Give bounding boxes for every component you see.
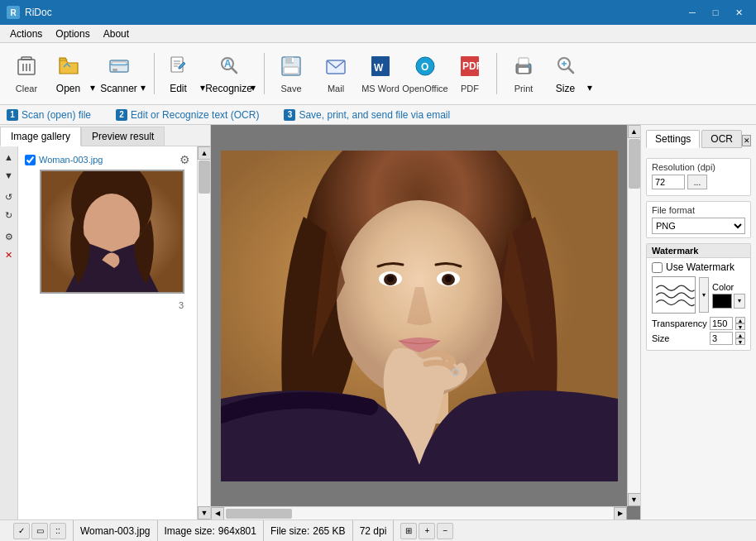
gallery-settings-icon[interactable]: ⚙: [179, 153, 190, 166]
msword-label: MS Word: [361, 84, 400, 93]
status-icon-check[interactable]: ✓: [13, 523, 30, 539]
scroll-track[interactable]: [198, 160, 210, 506]
clear-button[interactable]: Clear: [5, 48, 48, 99]
step-3-text: Save, print, and send file via email: [299, 109, 450, 121]
print-label: Print: [514, 84, 534, 93]
menu-about[interactable]: About: [97, 26, 136, 41]
color-dropdown-btn[interactable]: ▾: [734, 294, 745, 309]
tool-down[interactable]: ▼: [2, 168, 17, 183]
open-dropdown-arrow[interactable]: ▾: [87, 48, 98, 99]
status-icon-page[interactable]: ▭: [31, 523, 48, 539]
step-3-num: 3: [284, 109, 295, 121]
step-1-num: 1: [7, 109, 18, 121]
svg-rect-19: [292, 58, 294, 62]
openoffice-button[interactable]: O OpenOffice: [404, 48, 447, 99]
print-button[interactable]: Print: [502, 48, 545, 99]
view-zoom-in-btn[interactable]: +: [419, 523, 435, 539]
menu-actions[interactable]: Actions: [3, 26, 49, 41]
step-1[interactable]: 1 Scan (open) file: [7, 109, 91, 121]
scanner-button[interactable]: Scanner: [100, 48, 137, 99]
tab-settings[interactable]: Settings: [646, 130, 700, 148]
transparency-input[interactable]: [710, 317, 733, 330]
status-icon-grid[interactable]: ::: [50, 523, 66, 539]
gallery-scrollbar: ▲ ▼: [197, 146, 210, 519]
tool-rotate-right[interactable]: ↻: [2, 208, 17, 223]
svg-point-30: [529, 65, 531, 67]
size-button[interactable]: Size: [547, 48, 584, 99]
pdf-label: PDF: [461, 84, 479, 93]
step-2[interactable]: 2 Edit or Recognize text (OCR): [116, 109, 259, 121]
recognize-label: Recognize: [205, 83, 252, 94]
watermark-dropdown-btn[interactable]: ▾: [699, 277, 709, 313]
close-panel-button[interactable]: ✕: [742, 135, 751, 146]
status-view-icons: ⊞ + −: [400, 523, 453, 539]
edit-button[interactable]: Edit: [160, 48, 197, 99]
tab-ocr[interactable]: OCR: [701, 130, 742, 148]
gallery-item-checkbox[interactable]: [25, 155, 36, 165]
vscroll-up-btn[interactable]: ▲: [628, 125, 641, 138]
scroll-up-btn[interactable]: ▲: [198, 146, 210, 160]
gallery-filename: Woman-003.jpg: [39, 155, 103, 165]
hscroll-right-btn[interactable]: ▶: [614, 507, 627, 520]
scanner-dropdown-arrow[interactable]: ▾: [137, 48, 149, 99]
close-button[interactable]: ✕: [728, 4, 749, 21]
step-3[interactable]: 3 Save, print, and send file via email: [284, 109, 450, 121]
tool-settings[interactable]: ⚙: [2, 229, 17, 244]
scanner-split-button: Scanner ▾: [100, 48, 149, 99]
resolution-input[interactable]: [652, 175, 685, 189]
transparency-down-btn[interactable]: ▼: [735, 323, 745, 330]
view-zoom-out-btn[interactable]: −: [437, 523, 453, 539]
svg-rect-28: [519, 68, 529, 73]
maximize-button[interactable]: □: [705, 4, 726, 21]
tab-image-gallery[interactable]: Image gallery: [0, 127, 81, 146]
resolution-dots-button[interactable]: ...: [687, 175, 707, 189]
tab-preview-result[interactable]: Preview result: [81, 127, 165, 146]
menu-bar: Actions Options About: [0, 25, 756, 43]
resolution-label: Resolution (dpi): [652, 162, 745, 172]
scroll-down-btn[interactable]: ▼: [198, 506, 210, 519]
status-dpi: 72 dpi: [353, 520, 395, 541]
gallery-item-header: Woman-003.jpg ⚙: [25, 153, 190, 166]
status-image-size-value: 964x801: [218, 525, 256, 537]
status-filename: Woman-003.jpg: [74, 520, 158, 541]
save-button[interactable]: Save: [270, 48, 313, 99]
resolution-group: Resolution (dpi) ...: [646, 158, 751, 196]
mail-button[interactable]: Mail: [314, 48, 357, 99]
minimize-button[interactable]: ─: [682, 4, 703, 21]
size-dropdown-arrow[interactable]: ▾: [584, 48, 596, 99]
transparency-row: Transparency ▲ ▼: [652, 317, 745, 330]
view-fit-btn[interactable]: ⊞: [400, 523, 417, 539]
open-button[interactable]: Open: [50, 48, 87, 99]
svg-rect-1: [22, 57, 31, 60]
open-icon: [57, 54, 80, 80]
gallery-thumbnail[interactable]: [40, 170, 184, 294]
size-input[interactable]: [710, 332, 733, 345]
pdf-icon: PDF: [458, 55, 481, 81]
svg-point-45: [387, 275, 394, 282]
menu-options[interactable]: Options: [49, 26, 96, 41]
recognize-dropdown-arrow[interactable]: ▾: [247, 48, 259, 99]
recognize-button[interactable]: A Recognize: [210, 48, 247, 99]
status-file-size-label: File size:: [270, 525, 309, 537]
file-format-select[interactable]: PNG JPEG TIFF BMP PDF: [652, 218, 745, 234]
msword-button[interactable]: W MS Word: [359, 48, 402, 99]
recognize-split-button: A Recognize ▾: [210, 48, 259, 99]
use-watermark-label: Use Watermark: [666, 261, 734, 273]
title-bar-left: R RiDoc: [7, 6, 52, 19]
transparency-up-btn[interactable]: ▲: [735, 317, 745, 323]
use-watermark-checkbox[interactable]: [652, 262, 663, 273]
main-image: [221, 151, 618, 481]
image-viewport[interactable]: ▲ ▼: [211, 125, 640, 519]
center-panel: ▲ ▼: [211, 125, 640, 519]
hscroll-left-btn[interactable]: ◀: [211, 507, 224, 520]
edit-split-button: Edit ▾: [160, 48, 208, 99]
vscroll-down-btn[interactable]: ▼: [628, 493, 641, 506]
color-picker-box[interactable]: [712, 294, 732, 309]
tool-delete[interactable]: ✕: [2, 247, 17, 262]
pdf-button[interactable]: PDF PDF: [448, 48, 491, 99]
size-down-btn[interactable]: ▼: [735, 338, 745, 345]
tool-rotate-left[interactable]: ↺: [2, 189, 17, 204]
title-bar: R RiDoc ─ □ ✕: [0, 0, 756, 25]
size-up-btn[interactable]: ▲: [735, 332, 745, 338]
tool-up[interactable]: ▲: [2, 150, 17, 165]
